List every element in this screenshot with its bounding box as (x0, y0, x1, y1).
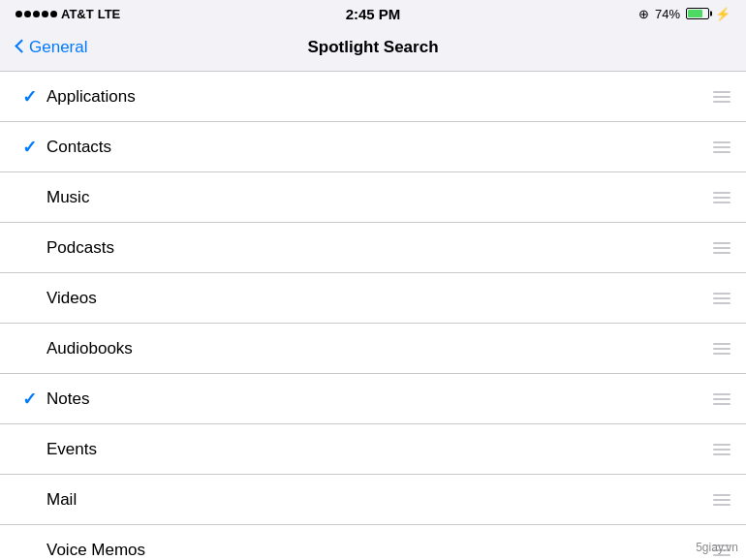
list-item-label: Voice Memos (47, 541, 713, 560)
list-item[interactable]: ✓Applications (0, 72, 746, 122)
page-title: Spotlight Search (307, 38, 438, 57)
time-display: 2:45 PM (346, 6, 401, 22)
list-item[interactable]: ✓Contacts (0, 122, 746, 172)
back-label: General (29, 38, 87, 57)
list-item[interactable]: Videos (0, 273, 746, 324)
reorder-icon[interactable] (713, 494, 730, 506)
back-button[interactable]: General (16, 38, 87, 57)
list-item-label: Audiobooks (47, 339, 713, 358)
lock-icon: ⊕ (638, 7, 649, 21)
spotlight-list: ✓Applications✓ContactsMusicPodcastsVideo… (0, 72, 746, 560)
checkmark-icon: ✓ (16, 137, 43, 158)
signal-icon (16, 11, 57, 17)
carrier-label: AT&T (61, 7, 94, 21)
list-item[interactable]: Events (0, 424, 746, 475)
list-item[interactable]: Podcasts (0, 223, 746, 273)
watermark: 5giay.vn (696, 541, 738, 554)
list-item-label: Events (47, 440, 713, 459)
battery-icon (686, 8, 709, 19)
checkmark-icon: ✓ (16, 86, 43, 108)
list-item-label: Notes (47, 389, 713, 409)
nav-bar: General Spotlight Search (0, 27, 746, 72)
reorder-icon[interactable] (713, 242, 730, 254)
list-item-label: Music (47, 188, 713, 207)
reorder-icon[interactable] (713, 393, 730, 405)
list-item-label: Podcasts (47, 238, 713, 258)
charging-icon: ⚡ (715, 7, 730, 21)
list-item[interactable]: Music (0, 172, 746, 223)
checkmark-icon: ✓ (16, 389, 43, 410)
list-item-label: Applications (47, 87, 713, 107)
status-bar: AT&T LTE 2:45 PM ⊕ 74% ⚡ (0, 0, 746, 27)
list-item-label: Videos (47, 289, 713, 308)
list-item[interactable]: ✓Notes (0, 374, 746, 424)
list-item[interactable]: Mail (0, 475, 746, 525)
list-item[interactable]: Voice Memos (0, 525, 746, 560)
battery-percentage: 74% (655, 7, 680, 21)
list-item-label: Mail (47, 490, 713, 510)
list-item-label: Contacts (47, 138, 713, 157)
list-item[interactable]: Audiobooks (0, 324, 746, 374)
reorder-icon[interactable] (713, 141, 730, 153)
reorder-icon[interactable] (713, 343, 730, 355)
reorder-icon[interactable] (713, 91, 730, 103)
network-label: LTE (98, 7, 121, 21)
reorder-icon[interactable] (713, 293, 730, 304)
chevron-left-icon (15, 39, 28, 52)
reorder-icon[interactable] (713, 192, 730, 203)
reorder-icon[interactable] (713, 444, 730, 455)
